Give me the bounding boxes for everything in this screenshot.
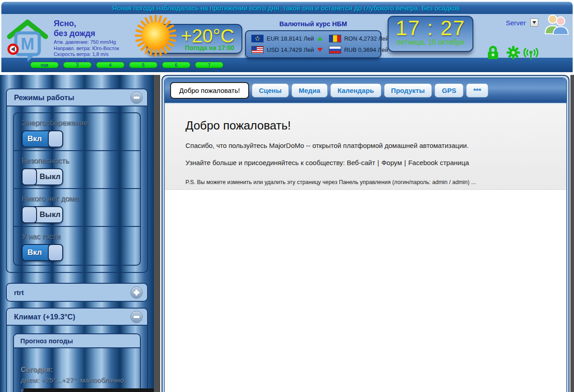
currency-row-usd: USD 14,7429 Лей <box>249 44 326 55</box>
currency-title: Валютный курс НБМ <box>245 20 381 28</box>
toggle-security[interactable]: Выкл <box>22 168 63 185</box>
panel-climate-header: Климат (+19.3°C) <box>7 309 147 326</box>
welcome-content: Добро пожаловать! Спасибо, что пользуйте… <box>165 104 566 190</box>
tab-products[interactable]: Продукты <box>384 83 432 97</box>
back-arrow-icon <box>9 45 18 54</box>
weather-details: Атм. давление: 750 mm/Hg Направл. ветра:… <box>54 39 119 64</box>
tab-media[interactable]: Медиа <box>292 83 328 97</box>
svg-text:M: M <box>21 35 34 53</box>
facebook-link[interactable]: Facebook страница <box>408 159 469 166</box>
tab-welcome[interactable]: Добро пожаловать! <box>170 82 249 99</box>
server-label: Server <box>506 19 526 27</box>
clock-date: пятница, 10 октября <box>389 38 472 46</box>
ru-flag-icon <box>329 46 341 54</box>
bottom-strip <box>23 388 154 392</box>
mode-row-guests: У нас гости Вкл <box>14 227 140 265</box>
website-link[interactable]: Веб-сайт <box>347 159 375 166</box>
left-gutter <box>154 75 160 392</box>
currency-row-eur: EUR 18,8141 Лей <box>249 33 326 44</box>
users-icon[interactable] <box>544 14 569 35</box>
sidebar: Режимы работы Энергосбережение Вкл Безоп… <box>0 75 154 392</box>
panel-climate: Климат (+19.3°C) Прогноз погоды Сегодня:… <box>6 308 148 392</box>
eu-flag-icon <box>251 35 264 42</box>
room-button[interactable]: 7 <box>195 62 223 68</box>
mode-row-energy: Энергосбережение Вкл <box>14 113 140 151</box>
forum-link[interactable]: Форум <box>381 159 402 166</box>
page-title: Добро пожаловать! <box>185 119 548 133</box>
tab-scenes[interactable]: Сцены <box>252 83 289 97</box>
minus-circle-icon[interactable] <box>130 92 143 104</box>
sun-icon <box>135 15 176 56</box>
main-window: Добро пожаловать! Сцены Медиа Календарь … <box>162 75 569 392</box>
chevron-down-icon <box>532 21 536 24</box>
panel-rtrt-header: rtrt <box>7 284 147 301</box>
ps-paragraph: P.S. Вы можете изменить или удалить эту … <box>185 179 548 185</box>
tab-bar: Добро пожаловать! Сцены Медиа Календарь … <box>165 78 566 104</box>
antenna-icon[interactable] <box>523 46 539 60</box>
tab-gps[interactable]: GPS <box>435 83 463 97</box>
trend-down-icon <box>317 48 323 52</box>
gear-icon[interactable] <box>506 46 520 60</box>
majordomo-logo[interactable]: M <box>5 17 50 65</box>
modes-box: Энергосбережение Вкл Безопасность Выкл Н… <box>13 112 141 266</box>
clock-time: 17 : 27 <box>389 17 472 39</box>
panel-work-modes-header: Режимы работы <box>7 89 147 106</box>
clock-widget: 17 : 27 пятница, 10 октября <box>388 16 473 52</box>
toggle-energy[interactable]: Вкл <box>22 130 63 148</box>
weather-banner: Ясная погода наблюдалась на протяжении в… <box>1 2 573 14</box>
toggle-knob <box>22 168 37 185</box>
currency-widget: Валютный курс НБМ EUR 18,8141 Лей USD 14… <box>245 20 381 58</box>
header: M Ясно, без дождя Атм. давление: 750 mm/… <box>1 14 573 58</box>
toggle-nobody-home[interactable]: Выкл <box>22 206 63 223</box>
ro-flag-icon <box>329 35 341 42</box>
forecast-header: Прогноз погоды <box>14 334 140 348</box>
toggle-knob <box>48 130 63 148</box>
tab-more[interactable]: *** <box>466 83 489 97</box>
trend-up-icon <box>317 37 323 41</box>
lock-icon[interactable] <box>487 46 499 60</box>
weather-banner-text: Ясная погода наблюдалась на протяжении в… <box>112 4 462 12</box>
currency-rates: EUR 18,8141 Лей USD 14,7429 Лей RON 4,27… <box>245 30 381 58</box>
minus-circle-icon[interactable] <box>130 311 143 323</box>
panel-work-modes: Режимы работы Энергосбережение Вкл Безоп… <box>6 88 148 273</box>
weather-condition: Ясно, без дождя <box>54 18 95 38</box>
toggle-knob <box>48 244 63 261</box>
community-paragraph: Узнайте больше и присоединяйтесь к сообщ… <box>185 159 548 166</box>
toggle-knob <box>22 206 37 223</box>
welcome-paragraph: Спасибо, что пользуйтесь MajorDoMo -- от… <box>185 142 548 149</box>
right-gutter <box>570 75 574 392</box>
plus-circle-icon[interactable] <box>130 286 143 299</box>
forecast-text: Сегодня: днем: +25°...+27°, малооблачно,… <box>14 348 140 392</box>
room-button[interactable]: 5 <box>129 62 157 68</box>
toggle-guests[interactable]: Вкл <box>22 244 63 261</box>
control-panel-link[interactable]: Панель управления <box>339 179 391 185</box>
us-flag-icon <box>251 46 264 54</box>
server-dropdown[interactable] <box>530 18 538 27</box>
server-selector: Server <box>506 18 538 27</box>
mode-row-nobody-home: Никого нет дома Выкл <box>14 189 140 227</box>
room-button[interactable]: 6 <box>162 62 190 68</box>
tab-calendar[interactable]: Календарь <box>330 83 381 97</box>
mode-row-security: Безопасность Выкл <box>14 151 140 189</box>
panel-rtrt: rtrt <box>6 283 148 302</box>
forecast-panel: Прогноз погоды Сегодня: днем: +25°...+27… <box>13 333 141 392</box>
